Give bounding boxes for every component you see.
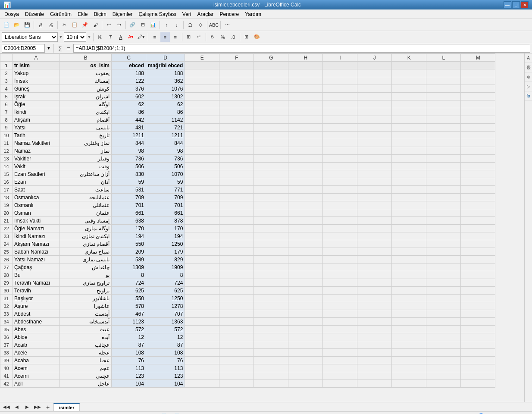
- cell-col-h[interactable]: [288, 256, 323, 263]
- cell-col-k[interactable]: [392, 318, 426, 326]
- cell-col-c[interactable]: 123: [112, 372, 146, 380]
- cell-col-f[interactable]: [219, 380, 254, 388]
- cell-col-i[interactable]: [323, 116, 357, 124]
- cell-col-f[interactable]: [219, 194, 254, 201]
- menu-item-almasayfas[interactable]: Çalışma Sayfası: [136, 10, 178, 18]
- cell-col-g[interactable]: [254, 240, 288, 248]
- cell-col-a[interactable]: Akşam Namazı: [13, 240, 60, 248]
- cell-col-a[interactable]: Ezan: [13, 178, 60, 186]
- cell-col-b[interactable]: اوگله: [60, 100, 112, 108]
- cell-col-c[interactable]: 12: [112, 333, 146, 341]
- underline-button[interactable]: A: [116, 32, 125, 42]
- cell-col-k[interactable]: [392, 186, 426, 194]
- cell-col-e[interactable]: [185, 217, 219, 225]
- cell-col-m[interactable]: [461, 279, 495, 287]
- cell-col-k[interactable]: [392, 100, 426, 108]
- cell-col-c[interactable]: 108: [112, 349, 146, 357]
- cell-col-e[interactable]: [185, 155, 219, 163]
- cell-col-m[interactable]: [461, 364, 495, 372]
- cell-col-g[interactable]: [254, 170, 288, 178]
- cell-col-l[interactable]: [426, 310, 461, 318]
- cell-col-d[interactable]: 86: [146, 108, 185, 116]
- cell-col-g[interactable]: [254, 163, 288, 170]
- cell-col-c[interactable]: 572: [112, 326, 146, 333]
- cell-col-b[interactable]: أقصام نمازى: [60, 240, 112, 248]
- cell-col-b[interactable]: تراويح نمازى: [60, 279, 112, 287]
- col-i-header[interactable]: I: [323, 54, 357, 62]
- titlebar-controls[interactable]: — □ ✕: [504, 1, 529, 8]
- cell-col-m[interactable]: [461, 132, 495, 139]
- cell-col-d[interactable]: 771: [146, 186, 185, 194]
- formula-input[interactable]: [73, 44, 530, 53]
- cell-col-d[interactable]: 829: [146, 256, 185, 263]
- cell-col-f[interactable]: [219, 263, 254, 271]
- print-preview-button[interactable]: 🖨: [36, 20, 45, 30]
- cell-col-c[interactable]: 844: [112, 139, 146, 147]
- cell-col-h[interactable]: [288, 380, 323, 388]
- cell-col-h[interactable]: [288, 364, 323, 372]
- cell-col-j[interactable]: [357, 357, 392, 364]
- cell-col-j[interactable]: [357, 271, 392, 279]
- cell-col-b[interactable]: ايکندى نمازى: [60, 232, 112, 240]
- cell-col-d[interactable]: 59: [146, 178, 185, 186]
- cell-col-m[interactable]: [461, 318, 495, 326]
- cell-col-l[interactable]: [426, 178, 461, 186]
- more-button[interactable]: ⋯: [222, 20, 232, 30]
- cell-col-g[interactable]: [254, 100, 288, 108]
- cell-col-i[interactable]: [323, 108, 357, 116]
- cell-col-e[interactable]: [185, 318, 219, 326]
- redo-button[interactable]: ↪: [114, 20, 124, 30]
- cell-col-l[interactable]: [426, 248, 461, 256]
- cell-col-h[interactable]: [288, 139, 323, 147]
- cell-col-l[interactable]: [426, 85, 461, 93]
- cell-col-j[interactable]: [357, 287, 392, 295]
- clone-button[interactable]: 🖌: [91, 20, 100, 30]
- number-button[interactable]: .0: [228, 32, 238, 42]
- cell-col-f[interactable]: [219, 170, 254, 178]
- last-sheet-button[interactable]: ▶▶: [33, 402, 42, 412]
- cell-col-a[interactable]: Abes: [13, 326, 60, 333]
- cell-col-e[interactable]: [185, 287, 219, 295]
- cell-col-l[interactable]: [426, 380, 461, 388]
- cell-col-e[interactable]: [185, 302, 219, 310]
- cell-col-f[interactable]: [219, 372, 254, 380]
- cell-col-k[interactable]: [392, 108, 426, 116]
- cell-col-f[interactable]: [219, 279, 254, 287]
- cell-col-d[interactable]: 736: [146, 155, 185, 163]
- menu-item-biim[interactable]: Biçim: [91, 10, 109, 18]
- cell-col-g[interactable]: [254, 209, 288, 217]
- font-name-select[interactable]: Liberation Sans: [2, 32, 58, 42]
- cell-col-d[interactable]: 62: [146, 100, 185, 108]
- cell-col-i[interactable]: [323, 147, 357, 155]
- cell-col-b[interactable]: os_isim: [60, 62, 112, 69]
- cell-col-h[interactable]: [288, 287, 323, 295]
- cell-col-i[interactable]: [323, 248, 357, 256]
- cell-col-f[interactable]: [219, 217, 254, 225]
- cell-col-g[interactable]: [254, 85, 288, 93]
- cell-col-j[interactable]: [357, 209, 392, 217]
- cell-col-e[interactable]: [185, 116, 219, 124]
- cell-col-c[interactable]: 170: [112, 225, 146, 232]
- font-color-button[interactable]: A▾: [126, 32, 136, 42]
- cell-col-f[interactable]: [219, 287, 254, 295]
- cell-col-k[interactable]: [392, 201, 426, 209]
- cell-col-g[interactable]: [254, 108, 288, 116]
- cell-col-h[interactable]: [288, 163, 323, 170]
- cell-col-h[interactable]: [288, 186, 323, 194]
- sort-desc-button[interactable]: ↓: [172, 20, 182, 30]
- cell-col-b[interactable]: آبدستخانه: [60, 318, 112, 326]
- cell-col-h[interactable]: [288, 349, 323, 357]
- minimize-button[interactable]: —: [504, 1, 511, 8]
- cell-col-c[interactable]: 709: [112, 194, 146, 201]
- cell-col-g[interactable]: [254, 178, 288, 186]
- cell-col-k[interactable]: [392, 93, 426, 100]
- cell-col-f[interactable]: [219, 163, 254, 170]
- cell-col-e[interactable]: [185, 357, 219, 364]
- cell-col-e[interactable]: [185, 310, 219, 318]
- cell-col-b[interactable]: عاشورا: [60, 302, 112, 310]
- cell-col-d[interactable]: 170: [146, 225, 185, 232]
- cell-col-g[interactable]: [254, 295, 288, 302]
- cell-col-c[interactable]: 661: [112, 209, 146, 217]
- cell-col-i[interactable]: [323, 225, 357, 232]
- cell-col-j[interactable]: [357, 217, 392, 225]
